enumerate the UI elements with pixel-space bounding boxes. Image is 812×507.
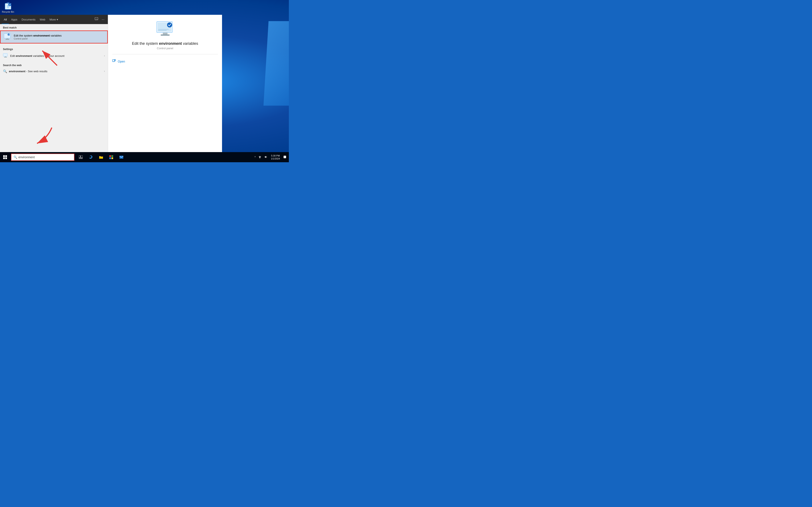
svg-point-2: [96, 18, 97, 19]
svg-rect-24: [79, 156, 80, 158]
svg-rect-10: [5, 56, 6, 57]
best-match-text: Edit the system environment variables Co…: [14, 34, 61, 40]
edge-icon[interactable]: [86, 152, 96, 162]
web-search-item[interactable]: 🔍 environment - See web results ›: [0, 68, 108, 75]
file-explorer-icon[interactable]: [96, 152, 106, 162]
decorative-accent: [263, 21, 289, 106]
search-icon: 🔍: [3, 69, 7, 73]
web-section: Search the web 🔍 environment - See web r…: [0, 62, 108, 75]
detail-subtitle: Control panel: [157, 47, 173, 50]
settings-item-arrow: ›: [104, 54, 105, 57]
mail-icon[interactable]: [117, 152, 126, 162]
volume-icon[interactable]: [263, 156, 268, 159]
best-match-title: Edit the system environment variables: [14, 34, 61, 37]
settings-item-text: Edit environment variables for your acco…: [10, 54, 104, 57]
web-item-arrow: ›: [104, 70, 105, 73]
search-panel: All Apps Documents Web More ▾: [0, 15, 112, 152]
recycle-bin-icon: [4, 2, 12, 10]
tab-documents[interactable]: Documents: [19, 15, 38, 24]
search-results-pane: All Apps Documents Web More ▾: [0, 15, 108, 152]
control-panel-icon: [4, 33, 11, 41]
svg-rect-28: [82, 158, 83, 159]
svg-rect-14: [163, 33, 167, 35]
best-match-item[interactable]: Edit the system environment variables Co…: [0, 31, 108, 44]
web-item-text: environment - See web results: [9, 70, 104, 73]
store-icon[interactable]: [107, 152, 116, 162]
settings-section: Settings Edit environment variables for …: [0, 44, 108, 62]
taskbar: 🔍: [0, 152, 289, 162]
web-section-label: Search the web: [0, 62, 108, 68]
more-options-icon[interactable]: ···: [100, 17, 106, 22]
svg-point-1: [8, 3, 11, 6]
detail-title: Edit the system environment variables: [132, 41, 198, 46]
svg-rect-21: [5, 155, 7, 157]
open-label[interactable]: Open: [118, 60, 125, 63]
recycle-bin[interactable]: Recycle Bin: [2, 2, 14, 13]
svg-rect-18: [158, 30, 167, 31]
search-tab-bar: All Apps Documents Web More ▾: [0, 15, 108, 24]
svg-rect-23: [5, 157, 7, 159]
svg-point-6: [8, 34, 10, 36]
tab-all[interactable]: All: [2, 15, 9, 24]
notification-icon[interactable]: [283, 156, 287, 159]
show-hidden-icons[interactable]: ^: [254, 156, 257, 159]
settings-item-env-vars[interactable]: Edit environment variables for your acco…: [0, 52, 108, 60]
taskbar-search-input[interactable]: [18, 156, 72, 159]
settings-icon: [3, 53, 8, 58]
svg-rect-29: [99, 157, 103, 159]
svg-rect-9: [3, 53, 7, 56]
recycle-bin-label: Recycle Bin: [2, 11, 14, 13]
tab-web[interactable]: Web: [38, 15, 48, 24]
svg-rect-33: [111, 157, 113, 159]
svg-rect-36: [284, 156, 286, 158]
taskbar-search-icon: 🔍: [13, 156, 17, 159]
svg-rect-34: [119, 156, 123, 159]
svg-rect-4: [6, 38, 8, 39]
network-icon[interactable]: [257, 156, 262, 159]
svg-point-16: [167, 22, 172, 27]
detail-panel: Edit the system environment variables Co…: [108, 15, 222, 152]
open-icon: [112, 59, 116, 63]
svg-rect-31: [111, 155, 113, 157]
settings-label: Settings: [0, 46, 108, 52]
desktop: Recycle Bin All Apps Documents Web: [0, 0, 289, 162]
taskbar-search-box[interactable]: 🔍: [11, 154, 74, 161]
best-match-label: Best match: [0, 24, 108, 30]
svg-rect-27: [80, 158, 82, 159]
system-tray: ^ 5:30 PM 1/1/2024: [254, 154, 289, 160]
open-action[interactable]: Open: [112, 58, 218, 65]
svg-rect-32: [109, 157, 111, 159]
results-area: Best match Edit the system environment v…: [0, 24, 108, 152]
svg-rect-30: [109, 155, 111, 157]
tray-clock[interactable]: 5:30 PM 1/1/2024: [269, 154, 282, 160]
best-match-subtitle: Control panel: [14, 38, 61, 40]
detail-divider: [112, 54, 218, 54]
windows-logo-icon: [3, 155, 7, 159]
tab-apps[interactable]: Apps: [9, 15, 19, 24]
svg-rect-25: [81, 156, 83, 158]
svg-rect-5: [5, 39, 9, 40]
tab-more[interactable]: More ▾: [47, 15, 60, 24]
tray-date-display: 1/1/2024: [271, 157, 280, 160]
tray-time-display: 5:30 PM: [271, 154, 280, 157]
svg-point-35: [260, 158, 260, 158]
svg-rect-17: [158, 29, 169, 30]
feedback-icon[interactable]: [93, 17, 100, 22]
taskbar-icons: [76, 152, 126, 162]
task-view-button[interactable]: [76, 152, 86, 162]
svg-rect-11: [4, 57, 7, 57]
svg-rect-22: [3, 157, 5, 159]
svg-rect-15: [161, 35, 169, 36]
detail-icon: [156, 21, 175, 38]
start-button[interactable]: [0, 152, 10, 162]
svg-rect-20: [3, 155, 5, 157]
svg-rect-26: [79, 158, 80, 159]
